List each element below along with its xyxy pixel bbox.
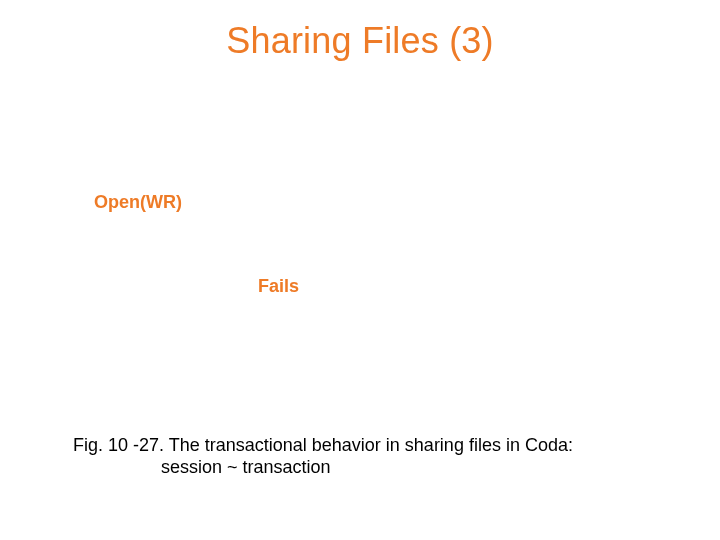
caption-line-1: Fig. 10 -27. The transactional behavior …: [73, 435, 573, 455]
page-title: Sharing Files (3): [0, 20, 720, 62]
caption-line-2: session ~ transaction: [73, 457, 653, 479]
label-open-wr: Open(WR): [94, 192, 182, 213]
label-fails: Fails: [258, 276, 299, 297]
figure-caption: Fig. 10 -27. The transactional behavior …: [73, 435, 653, 478]
slide: Sharing Files (3) Open(WR) Fails Fig. 10…: [0, 0, 720, 540]
